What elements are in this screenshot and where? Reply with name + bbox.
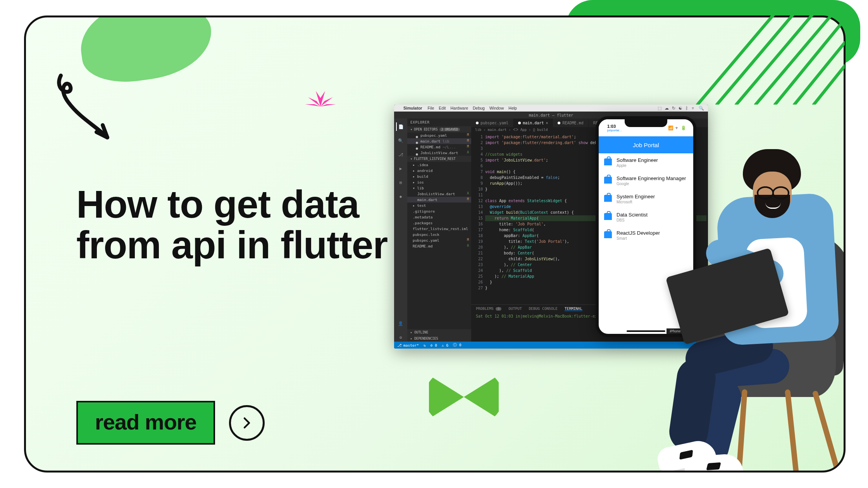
hero-title-block: How to get data from api in flutter xyxy=(76,184,394,265)
tree-item[interactable]: .metadata xyxy=(407,214,471,220)
cloud-icon: ☁ xyxy=(665,106,669,111)
source-control-icon[interactable]: ⎇ xyxy=(396,150,405,159)
tree-item[interactable]: ▸ .idea xyxy=(407,162,471,168)
phone-carrier: jobportal… xyxy=(607,129,622,132)
chevron-right-icon xyxy=(240,416,254,430)
info-count[interactable]: ⓘ 0 xyxy=(453,343,461,348)
menu-item[interactable]: Hardware xyxy=(450,106,468,110)
menubar-status-icons: ⬚ ☁ ↻ ☯ ᛒ ᯤ 🔍 xyxy=(658,106,704,111)
terminal-tab[interactable]: PROBLEMS 6 xyxy=(476,306,501,311)
open-editors-list: ●pubspec.yaml●main.dart lib●README.md ~/… xyxy=(407,132,471,156)
wifi-icon: ᯤ xyxy=(691,106,696,111)
battery-icon: 🔋 xyxy=(681,125,686,131)
terminal-tab[interactable]: OUTPUT xyxy=(508,306,522,311)
bluetooth-icon: ᛒ xyxy=(685,106,688,111)
phone-time: 1:03 xyxy=(607,124,622,129)
menu-item[interactable]: Debug xyxy=(473,106,485,110)
terminal-tab[interactable]: TERMINAL xyxy=(565,306,582,311)
phone-status-icons: 📶 ᯤ 🔋 xyxy=(668,125,686,131)
outline-section[interactable]: ▸ OUTLINE xyxy=(407,329,471,335)
error-count[interactable]: ⊘ 0 xyxy=(431,343,437,347)
explorer-icon[interactable]: 📄 xyxy=(396,122,405,131)
editor-tab[interactable]: main.dart× xyxy=(513,119,553,127)
mac-menubar: Simulator FileEditHardwareDebugWindowHel… xyxy=(394,105,708,112)
menubar-app-name: Simulator xyxy=(403,106,422,110)
sparkle-icon xyxy=(305,87,336,107)
stage: How to get data from api in flutter read… xyxy=(0,0,868,488)
line-gutter: 1234567891011121314151617181920212223242… xyxy=(471,132,485,304)
menu-item[interactable]: Help xyxy=(508,106,517,110)
menu-item[interactable]: Window xyxy=(489,106,504,110)
flutter-icon[interactable]: ◆ xyxy=(396,192,405,201)
tree-item[interactable]: README.md xyxy=(407,243,471,249)
file-tree: ▸ .idea▸ android▸ build▸ ios▾ libJobsLis… xyxy=(407,162,471,329)
briefcase-icon xyxy=(604,177,612,184)
briefcase-icon xyxy=(604,213,612,220)
person-illustration xyxy=(623,134,846,473)
updates-icon: ↻ xyxy=(672,106,675,111)
open-editors-header[interactable]: ▾OPEN EDITORS 3 UNSAVED xyxy=(407,126,471,132)
debug-icon[interactable]: ▶ xyxy=(396,164,405,173)
menu-item[interactable]: Edit xyxy=(439,106,446,110)
explorer-sidebar: EXPLORER ▾OPEN EDITORS 3 UNSAVED ●pubspe… xyxy=(407,119,471,342)
tree-item[interactable]: .packages xyxy=(407,220,471,226)
curly-arrow-icon xyxy=(49,68,119,145)
tree-item[interactable]: pubspec.lock xyxy=(407,232,471,237)
cta-group: read more xyxy=(76,401,265,445)
vscode-title: main.dart — flutter xyxy=(529,113,573,117)
settings-gear-icon[interactable]: ⚙ xyxy=(396,333,405,342)
activity-bar: 📄 🔍 ⎇ ▶ ⊞ ◆ 👤 ⚙ xyxy=(394,119,407,342)
menubar-items: FileEditHardwareDebugWindowHelp xyxy=(427,106,521,110)
menu-item[interactable]: File xyxy=(427,106,434,110)
search-icon[interactable]: 🔍 xyxy=(396,136,405,145)
tree-item[interactable]: .gitignore xyxy=(407,208,471,214)
tree-item[interactable]: main.dart xyxy=(407,197,471,203)
tree-item[interactable]: ▸ ios xyxy=(407,179,471,185)
tree-item[interactable]: ▸ test xyxy=(407,203,471,208)
editor-tab[interactable]: pubspec.yaml xyxy=(471,119,513,127)
warning-count[interactable]: ⚠ 6 xyxy=(442,343,448,347)
hero-title: How to get data from api in flutter xyxy=(76,184,394,265)
signal-icon: 📶 xyxy=(668,125,673,131)
briefcase-icon xyxy=(604,231,612,238)
open-editor-item[interactable]: ●main.dart lib xyxy=(407,138,471,144)
extensions-icon[interactable]: ⊞ xyxy=(396,178,405,187)
hero-card: How to get data from api in flutter read… xyxy=(24,15,846,473)
tree-item[interactable]: ▸ android xyxy=(407,168,471,174)
tree-item[interactable]: ▸ build xyxy=(407,174,471,179)
tree-item[interactable]: JobsListView.dart xyxy=(407,191,471,197)
editor-tab[interactable]: README.md xyxy=(553,119,588,127)
tree-item[interactable]: pubspec.yaml xyxy=(407,237,471,243)
spotlight-icon: 🔍 xyxy=(699,106,704,111)
unsaved-badge: 3 UNSAVED xyxy=(439,128,460,131)
project-header[interactable]: ▾FLUTTER_LISTVIEW_REST xyxy=(407,156,471,162)
briefcase-icon xyxy=(604,158,612,165)
account-icon[interactable]: 👤 xyxy=(396,319,405,328)
tree-item[interactable]: flutter_listview_rest.iml xyxy=(407,226,471,232)
explorer-label: EXPLORER xyxy=(407,119,471,126)
terminal-tab[interactable]: DEBUG CONSOLE xyxy=(529,306,558,311)
git-branch[interactable]: ⎇ master* xyxy=(397,343,419,347)
open-editor-item[interactable]: ●README.md ~/L... xyxy=(407,144,471,150)
tree-item[interactable]: ▾ lib xyxy=(407,185,471,191)
phone-notch xyxy=(625,119,667,127)
bowtie-decoration xyxy=(429,374,499,420)
next-arrow-button[interactable] xyxy=(229,405,265,441)
user-icon: ☯ xyxy=(679,106,682,111)
wifi-icon: ᯤ xyxy=(675,125,679,130)
open-editor-item[interactable]: ●pubspec.yaml xyxy=(407,132,471,138)
close-icon[interactable]: × xyxy=(546,121,548,125)
dependencies-section[interactable]: ▸ DEPENDENCIES xyxy=(407,335,471,342)
sync-icon[interactable]: ↻ xyxy=(424,343,426,347)
dropbox-icon: ⬚ xyxy=(658,106,661,111)
read-more-button[interactable]: read more xyxy=(76,401,215,445)
open-editor-item[interactable]: ●JobsListView.dart xyxy=(407,150,471,156)
briefcase-icon xyxy=(604,195,612,202)
